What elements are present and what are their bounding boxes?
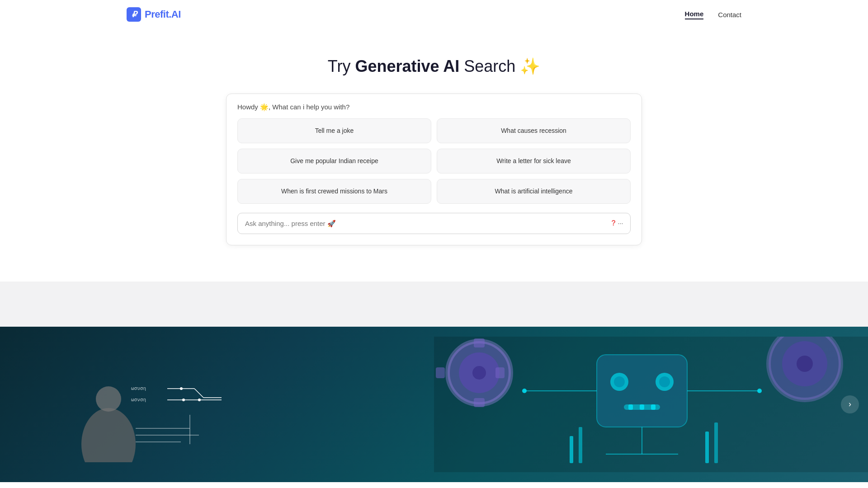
logo[interactable]: ₽ Prefit.AI bbox=[127, 7, 181, 22]
main-nav: Home Contact bbox=[685, 10, 741, 19]
logo-text: Prefit.AI bbox=[145, 9, 181, 20]
greeting-bar: Howdy 🌟, What can i help you with? bbox=[237, 103, 631, 111]
search-input[interactable] bbox=[245, 220, 611, 227]
svg-point-27 bbox=[797, 356, 813, 372]
svg-rect-28 bbox=[597, 355, 687, 427]
svg-rect-21 bbox=[474, 338, 485, 347]
svg-rect-24 bbox=[495, 367, 505, 378]
svg-point-30 bbox=[614, 376, 625, 387]
gear-illustration bbox=[434, 337, 868, 472]
suggestion-tell-joke[interactable]: Tell me a joke bbox=[237, 118, 431, 143]
search-input-wrapper: ? ··· bbox=[237, 213, 631, 234]
svg-point-46 bbox=[522, 389, 527, 393]
suggestion-mars-missions[interactable]: When is first crewed missions to Mars bbox=[237, 179, 431, 204]
hero-title-prefix: Try bbox=[328, 57, 355, 75]
svg-rect-45 bbox=[714, 422, 718, 463]
dots-icon: ··· bbox=[618, 219, 623, 228]
dark-section: ωσυση ωσνση bbox=[0, 327, 868, 482]
hero-title-bold: Generative AI bbox=[355, 57, 459, 75]
svg-point-1 bbox=[96, 386, 121, 412]
svg-rect-42 bbox=[570, 436, 573, 463]
circuit-illustration: ωσυση ωσνση bbox=[27, 345, 253, 462]
next-arrow[interactable]: › bbox=[841, 395, 859, 413]
suggestion-what-causes-recession[interactable]: What causes recession bbox=[437, 118, 631, 143]
hero-title-suffix: Search bbox=[459, 57, 520, 75]
svg-rect-34 bbox=[628, 404, 633, 410]
svg-point-20 bbox=[472, 366, 486, 380]
svg-rect-36 bbox=[651, 404, 656, 410]
search-icons: ? ··· bbox=[611, 219, 623, 228]
suggestions-grid: Tell me a joke What causes recession Giv… bbox=[237, 118, 631, 204]
suggestion-indian-recipe[interactable]: Give me popular Indian receipe bbox=[237, 149, 431, 174]
header: ₽ Prefit.AI Home Contact bbox=[0, 0, 868, 29]
svg-rect-44 bbox=[705, 432, 709, 463]
search-container: Howdy 🌟, What can i help you with? Tell … bbox=[226, 94, 642, 245]
question-mark-icon: ? bbox=[611, 219, 616, 227]
gray-section bbox=[0, 282, 868, 327]
svg-point-32 bbox=[659, 376, 670, 387]
svg-point-0 bbox=[81, 408, 136, 462]
svg-point-47 bbox=[757, 389, 762, 393]
greeting-text: Howdy 🌟, What can i help you with? bbox=[237, 103, 349, 111]
svg-line-6 bbox=[194, 389, 203, 398]
svg-text:ωσνση: ωσνση bbox=[131, 397, 146, 403]
nav-home[interactable]: Home bbox=[685, 10, 704, 19]
svg-rect-22 bbox=[474, 398, 485, 407]
logo-icon: ₽ bbox=[127, 7, 141, 22]
dark-section-left: ωσυση ωσνση bbox=[0, 327, 434, 482]
dark-section-right: › bbox=[434, 337, 868, 472]
main-content: Try Generative AI Search ✨ Howdy 🌟, What… bbox=[0, 29, 868, 282]
hero-sparkle: ✨ bbox=[520, 57, 540, 75]
svg-rect-35 bbox=[640, 404, 644, 410]
svg-rect-23 bbox=[436, 367, 445, 378]
suggestion-sick-leave[interactable]: Write a letter for sick leave bbox=[437, 149, 631, 174]
svg-text:ωσυση: ωσυση bbox=[131, 385, 146, 391]
svg-rect-43 bbox=[579, 427, 582, 463]
nav-contact[interactable]: Contact bbox=[718, 11, 741, 19]
suggestion-artificial-intelligence[interactable]: What is artificial intelligence bbox=[437, 179, 631, 204]
hero-title: Try Generative AI Search ✨ bbox=[328, 56, 541, 77]
